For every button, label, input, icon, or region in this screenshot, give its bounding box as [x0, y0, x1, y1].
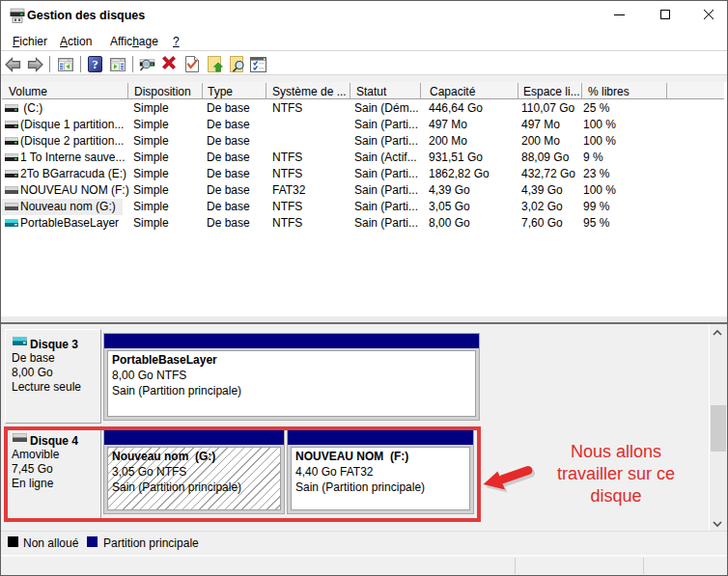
svg-text:?: ?	[92, 57, 98, 71]
